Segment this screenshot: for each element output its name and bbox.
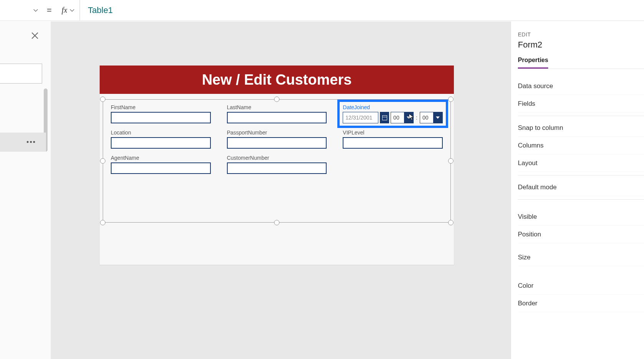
fx-button[interactable]: fx (57, 0, 80, 20)
field-label: FirstName (111, 104, 211, 110)
field-label: DateJoined (343, 104, 443, 110)
prop-default-mode[interactable]: Default mode (518, 179, 644, 196)
date-input[interactable]: 12/31/2001 (343, 112, 378, 123)
tree-view-panel: ••• (0, 21, 51, 359)
chevron-down-icon (407, 116, 411, 119)
panel-tabs: Properties (518, 57, 644, 69)
card-passport-number[interactable]: PassportNumber (227, 130, 327, 149)
tree-search-input[interactable] (0, 64, 42, 84)
dropdown-button[interactable] (404, 112, 413, 123)
text-input[interactable] (111, 162, 211, 174)
resize-handle[interactable] (274, 220, 279, 225)
more-icon[interactable]: ••• (26, 138, 36, 146)
spacer (518, 203, 644, 208)
canvas-area: New / Edit Customers FirstName LastName (51, 21, 511, 359)
properties-list: Data source Fields Snap to column Column… (518, 77, 644, 312)
chevron-down-icon (69, 8, 75, 13)
text-input[interactable] (227, 162, 327, 174)
card-date-joined[interactable]: DateJoined 12/31/2001 00 : 00 (340, 103, 445, 125)
resize-handle[interactable] (448, 158, 453, 164)
time-separator: : (415, 115, 418, 121)
field-label: CustomerNumber (227, 155, 327, 161)
field-label: PassportNumber (227, 130, 327, 136)
field-label: LastName (227, 104, 327, 110)
resize-handle[interactable] (100, 220, 105, 225)
formula-bar: = fx Table1 (0, 0, 644, 21)
text-input[interactable] (227, 112, 327, 123)
calendar-button[interactable] (380, 112, 389, 123)
prop-snap-to-columns[interactable]: Snap to column (518, 119, 644, 137)
card-agent-name[interactable]: AgentName (111, 155, 211, 174)
resize-handle[interactable] (448, 220, 453, 225)
field-label: Location (111, 130, 211, 136)
card-vip-level[interactable]: VIPLevel (343, 130, 443, 149)
card-customer-number[interactable]: CustomerNumber (227, 155, 327, 174)
formula-input[interactable]: Table1 (80, 5, 113, 15)
tree-item-selected[interactable]: ••• (0, 133, 46, 152)
text-input[interactable] (111, 137, 211, 149)
text-input[interactable] (227, 137, 327, 149)
hour-select[interactable]: 00 (391, 112, 414, 123)
prop-visible[interactable]: Visible (518, 208, 644, 226)
selected-control-name[interactable]: Form2 (518, 40, 644, 50)
chevron-down-icon (33, 8, 38, 13)
chevron-down-icon (436, 116, 440, 119)
card-last-name[interactable]: LastName (227, 104, 327, 123)
prop-fields[interactable]: Fields (518, 95, 644, 113)
prop-size[interactable]: Size (518, 249, 644, 266)
prop-data-source[interactable]: Data source (518, 77, 644, 95)
resize-handle[interactable] (100, 158, 105, 164)
fx-label: fx (62, 6, 67, 15)
hour-value: 00 (391, 115, 404, 121)
header-title: New / Edit Customers (100, 66, 454, 94)
form-control[interactable]: FirstName LastName DateJoined 12/31/2001 (103, 99, 451, 223)
field-label: VIPLevel (343, 130, 443, 136)
dropdown-button[interactable] (433, 112, 442, 123)
prop-layout[interactable]: Layout (518, 154, 644, 172)
prop-columns[interactable]: Columns (518, 137, 644, 154)
property-dropdown[interactable] (0, 4, 41, 16)
form-cards: FirstName LastName DateJoined 12/31/2001 (108, 101, 446, 221)
prop-color[interactable]: Color (518, 277, 644, 295)
divider (518, 116, 644, 116)
card-location[interactable]: Location (111, 130, 211, 149)
divider (518, 175, 644, 175)
resize-handle[interactable] (100, 97, 105, 102)
date-time-row: 12/31/2001 00 : 00 (343, 112, 443, 123)
minute-value: 00 (420, 115, 433, 121)
properties-panel: EDIT Form2 Properties Data source Fields… (511, 21, 644, 359)
spacer (518, 266, 644, 272)
text-input[interactable] (111, 112, 211, 123)
close-icon[interactable] (31, 31, 39, 40)
app-screen[interactable]: New / Edit Customers FirstName LastName (100, 66, 454, 265)
divider (518, 199, 644, 200)
equals-sign: = (41, 5, 57, 15)
text-input[interactable] (343, 137, 443, 149)
calendar-icon (382, 115, 387, 120)
spacer (518, 272, 644, 277)
spacer (518, 243, 644, 249)
field-label: AgentName (111, 155, 211, 161)
resize-handle[interactable] (448, 97, 453, 102)
tab-properties[interactable]: Properties (518, 57, 548, 69)
minute-select[interactable]: 00 (420, 112, 443, 123)
panel-context-label: EDIT (518, 31, 644, 38)
prop-position[interactable]: Position (518, 226, 644, 243)
prop-border[interactable]: Border (518, 295, 644, 312)
card-first-name[interactable]: FirstName (111, 104, 211, 123)
